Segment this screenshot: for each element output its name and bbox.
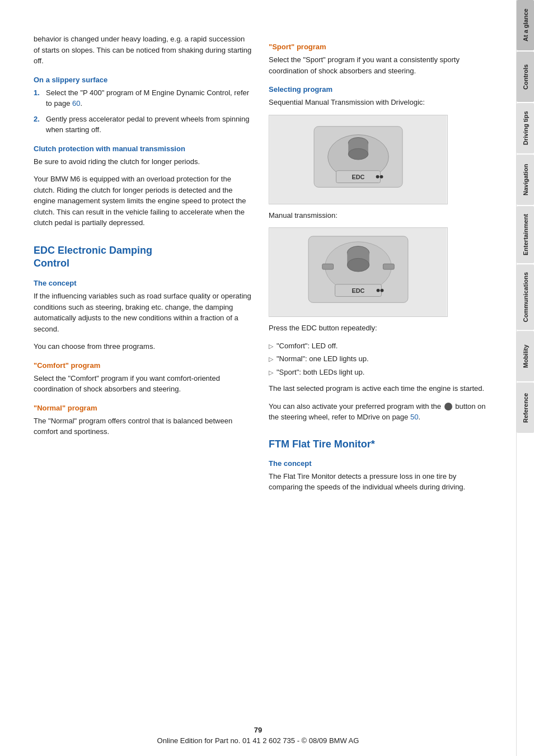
list-item-2: 2. Gently press accelerator pedal to pre… xyxy=(34,114,252,136)
selecting-text: Sequential Manual Transmission with Driv… xyxy=(269,97,487,108)
sidebar-tab-communications[interactable]: Communications xyxy=(517,264,534,330)
step1-link[interactable]: 60 xyxy=(72,99,80,108)
list-item-1: 1. Select the "P 400" program of M Engin… xyxy=(34,87,252,109)
ftm-concept-heading: The concept xyxy=(269,459,487,468)
sidebar-tab-reference[interactable]: Reference xyxy=(517,382,534,433)
edc-image-sequential: EDC xyxy=(269,115,448,204)
steering-wheel-icon xyxy=(444,403,452,410)
sidebar-tab-controls[interactable]: Controls xyxy=(517,52,534,102)
edc-bullet-list: ▷ "Comfort": LED off. ▷ "Normal": one LE… xyxy=(269,340,487,378)
page-wrapper: behavior is changed under heavy loading,… xyxy=(0,0,534,756)
sidebar-tab-at-a-glance[interactable]: At a glance xyxy=(517,0,534,50)
main-content: behavior is changed under heavy loading,… xyxy=(0,0,515,756)
intro-text: behavior is changed under heavy loading,… xyxy=(34,34,252,67)
svg-point-9 xyxy=(380,175,383,178)
svg-point-5 xyxy=(348,148,368,160)
edc-heading: EDC Electronic Damping Control xyxy=(34,244,252,270)
edc-image-manual: EDC xyxy=(269,227,448,317)
clutch-para1: Be sure to avoid riding the clutch for l… xyxy=(34,156,252,167)
slippery-list: 1. Select the "P 400" program of M Engin… xyxy=(34,87,252,136)
normal-heading: "Normal" program xyxy=(34,404,252,412)
svg-rect-17 xyxy=(383,264,394,269)
edc-concept-para2: You can choose from three programs. xyxy=(34,341,252,352)
ftm-concept-text: The Flat Tire Monitor detects a pressure… xyxy=(269,471,487,493)
activate-text: You can also activate your preferred pro… xyxy=(269,401,487,423)
manual-text: Manual transmission: xyxy=(269,210,487,221)
clutch-para2: Your BMW M6 is equipped with an overload… xyxy=(34,174,252,228)
sidebar-tab-navigation[interactable]: Navigation xyxy=(517,155,534,205)
bullet-item-comfort: ▷ "Comfort": LED off. xyxy=(269,340,487,352)
bullet-arrow-3: ▷ xyxy=(269,368,273,378)
page-footer: 79 Online Edition for Part no. 01 41 2 6… xyxy=(0,726,516,745)
svg-rect-16 xyxy=(322,264,334,269)
svg-point-20 xyxy=(377,289,380,292)
bullet-sport-text: "Sport": both LEDs light up. xyxy=(277,367,364,378)
svg-point-15 xyxy=(347,258,369,272)
press-edc-text: Press the EDC button repeatedly: xyxy=(269,323,487,334)
normal-text: The "Normal" program offers control that… xyxy=(34,416,252,437)
sidebar-tab-driving-tips[interactable]: Driving tips xyxy=(517,103,534,153)
page-number: 79 xyxy=(0,726,516,734)
sidebar-tab-entertainment[interactable]: Entertainment xyxy=(517,206,534,263)
sport-heading: "Sport" program xyxy=(269,43,487,51)
mdrive-link[interactable]: 50 xyxy=(410,413,418,421)
clutch-heading: Clutch protection with manual transmissi… xyxy=(34,144,252,153)
left-column: behavior is changed under heavy loading,… xyxy=(34,34,252,734)
svg-text:EDC: EDC xyxy=(352,287,365,294)
edc-concept-para1: If the influencing variables such as roa… xyxy=(34,291,252,334)
bullet-item-sport: ▷ "Sport": both LEDs light up. xyxy=(269,367,487,378)
sport-text: Select the "Sport" program if you want a… xyxy=(269,54,487,76)
footer-text: Online Edition for Part no. 01 41 2 602 … xyxy=(157,736,359,745)
section-slippery-heading: On a slippery surface xyxy=(34,76,252,84)
last-selected-text: The last selected program is active each… xyxy=(269,383,487,394)
ftm-heading: FTM Flat Tire Monitor* xyxy=(269,438,487,450)
bullet-normal-text: "Normal": one LED lights up. xyxy=(277,353,369,365)
comfort-heading: "Comfort" program xyxy=(34,361,252,370)
step1-period: . xyxy=(80,99,82,108)
sidebar-tabs: At a glance Controls Driving tips Naviga… xyxy=(516,0,534,756)
svg-text:EDC: EDC xyxy=(352,173,365,180)
comfort-text: Select the "Comfort" program if you want… xyxy=(34,373,252,395)
bullet-arrow-2: ▷ xyxy=(269,354,273,365)
svg-point-8 xyxy=(376,175,380,178)
sidebar-tab-mobility[interactable]: Mobility xyxy=(517,331,534,381)
bullet-arrow-1: ▷ xyxy=(269,342,273,352)
svg-point-21 xyxy=(381,289,384,292)
edc-concept-heading: The concept xyxy=(34,279,252,287)
bullet-comfort-text: "Comfort": LED off. xyxy=(277,340,338,352)
selecting-heading: Selecting program xyxy=(269,85,487,94)
step2-text: Gently press accelerator pedal to preven… xyxy=(46,114,252,136)
right-column: "Sport" program Select the "Sport" progr… xyxy=(269,34,487,734)
bullet-item-normal: ▷ "Normal": one LED lights up. xyxy=(269,353,487,365)
